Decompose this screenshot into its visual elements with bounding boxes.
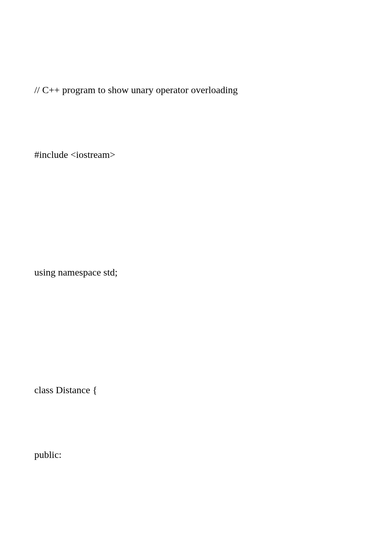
code-block: // C++ program to show unary operator ov… [34, 36, 358, 555]
code-line: public: [34, 444, 358, 465]
code-line: using namespace std; [34, 261, 358, 283]
code-line [34, 209, 358, 218]
code-line: #include <iostream> [34, 144, 358, 165]
code-line [34, 509, 358, 518]
code-line: class Distance { [34, 379, 358, 401]
code-line [34, 326, 358, 336]
code-line: // C++ program to show unary operator ov… [34, 79, 358, 101]
